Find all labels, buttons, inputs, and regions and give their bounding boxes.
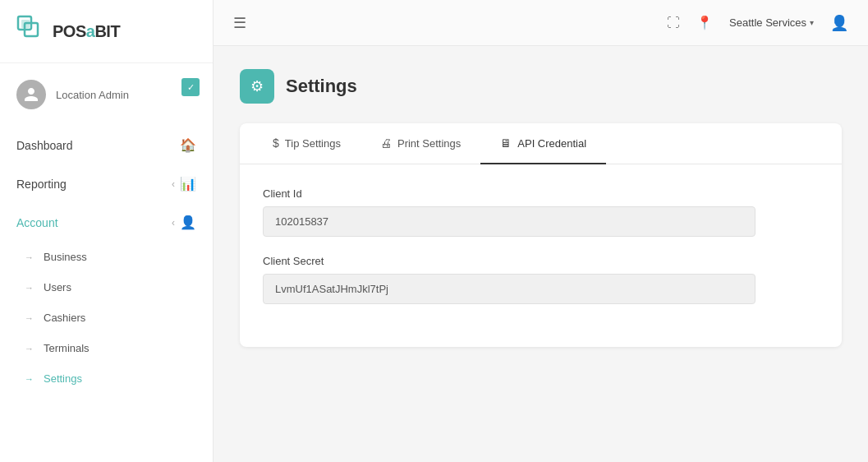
sidebar: POSaBIT Location Admin ✓ Dashboard 🏠 Rep… [0, 0, 214, 462]
sidebar-item-terminals[interactable]: → Terminals [0, 333, 213, 363]
client-secret-group: Client Secret [263, 255, 819, 304]
topbar-user-icon[interactable]: 👤 [830, 14, 848, 32]
sidebar-item-settings[interactable]: → Settings [0, 363, 213, 394]
printer-icon: 🖨 [380, 136, 392, 150]
page-title: Settings [286, 76, 357, 97]
sidebar-item-account[interactable]: Account ‹ 👤 [0, 203, 213, 242]
topbar-right: ⛶ 📍 Seattle Services ▾ 👤 [667, 14, 848, 32]
account-user-icon: 👤 [180, 215, 196, 230]
page-header: ⚙ Settings [240, 69, 842, 104]
dashboard-label: Dashboard [16, 139, 73, 152]
verified-badge-icon: ✓ [181, 78, 200, 96]
tip-settings-tab-label: Tip Settings [285, 137, 341, 150]
users-arrow-icon: → [25, 283, 34, 293]
account-sub-items: → Business → Users → Cashiers → Terminal… [0, 242, 213, 394]
account-chevron-icon: ‹ [172, 217, 175, 229]
topbar: ☰ ⛶ 📍 Seattle Services ▾ 👤 [214, 0, 868, 46]
business-label: Business [44, 251, 87, 263]
main-area: ☰ ⛶ 📍 Seattle Services ▾ 👤 ⚙ Settings $ … [214, 0, 868, 462]
hamburger-menu-icon[interactable]: ☰ [233, 14, 246, 32]
sidebar-item-business[interactable]: → Business [0, 242, 213, 272]
logo-text: POSaBIT [53, 22, 120, 41]
users-label: Users [44, 281, 71, 293]
tab-print-settings[interactable]: 🖨 Print Settings [361, 123, 480, 164]
reporting-chart-icon: 📊 [180, 176, 196, 192]
tab-api-credential[interactable]: 🖥 API Credential [480, 123, 606, 164]
settings-label: Settings [44, 372, 82, 385]
settings-tabs: $ Tip Settings 🖨 Print Settings 🖥 API Cr… [240, 123, 842, 164]
terminals-arrow-icon: → [25, 344, 34, 353]
terminals-label: Terminals [44, 342, 90, 354]
logo-container: POSaBIT [0, 0, 213, 63]
content-area: ⚙ Settings $ Tip Settings 🖨 Print Settin… [214, 46, 868, 462]
settings-arrow-icon: → [25, 374, 34, 384]
sidebar-item-users[interactable]: → Users [0, 272, 213, 303]
fullscreen-icon[interactable]: ⛶ [667, 16, 680, 30]
tab-tip-settings[interactable]: $ Tip Settings [253, 123, 361, 164]
user-avatar [16, 80, 46, 109]
client-id-input[interactable] [263, 206, 755, 237]
posabit-logo-icon [16, 15, 49, 48]
user-role-label: Location Admin [56, 89, 129, 101]
business-arrow-icon: → [25, 252, 34, 262]
page-settings-icon: ⚙ [240, 69, 274, 104]
reporting-chevron-icon: ‹ [172, 178, 175, 190]
monitor-icon: 🖥 [500, 136, 512, 150]
dollar-icon: $ [273, 136, 279, 150]
account-label: Account [16, 216, 58, 229]
location-pin-icon: 📍 [696, 15, 713, 30]
location-name: Seattle Services [729, 16, 806, 29]
location-selector[interactable]: Seattle Services ▾ [729, 16, 814, 29]
sidebar-item-dashboard[interactable]: Dashboard 🏠 [0, 126, 213, 164]
user-section: Location Admin ✓ [0, 63, 213, 118]
reporting-label: Reporting [16, 178, 67, 191]
api-credential-tab-label: API Credential [517, 137, 586, 150]
client-id-group: Client Id [263, 187, 819, 237]
cashiers-arrow-icon: → [25, 313, 34, 323]
print-settings-tab-label: Print Settings [397, 137, 461, 150]
nav-items: Dashboard 🏠 Reporting ‹ 📊 Account ‹ 👤 [0, 118, 213, 462]
topbar-left: ☰ [233, 14, 246, 32]
api-credential-form: Client Id Client Secret [240, 164, 842, 304]
sidebar-item-reporting[interactable]: Reporting ‹ 📊 [0, 164, 213, 203]
client-id-label: Client Id [263, 187, 819, 200]
sidebar-item-cashiers[interactable]: → Cashiers [0, 303, 213, 333]
settings-card: $ Tip Settings 🖨 Print Settings 🖥 API Cr… [240, 123, 842, 347]
home-icon: 🏠 [180, 137, 196, 153]
client-secret-input[interactable] [263, 274, 755, 304]
cashiers-label: Cashiers [44, 312, 85, 324]
location-chevron-icon: ▾ [810, 18, 814, 27]
client-secret-label: Client Secret [263, 255, 819, 267]
svg-rect-2 [21, 20, 30, 28]
